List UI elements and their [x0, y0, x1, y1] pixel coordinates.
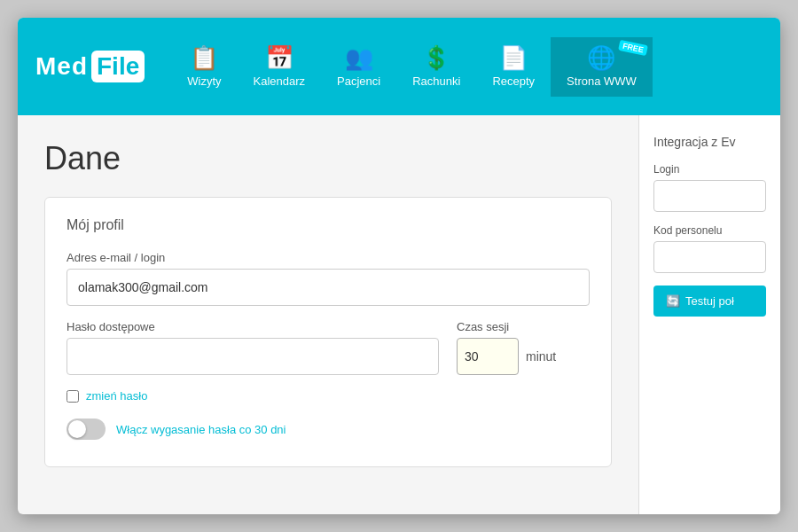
sidebar-right: Integracja z Ev Login Kod personelu 🔄 Te… [638, 115, 780, 514]
email-input[interactable] [66, 269, 590, 306]
session-input[interactable] [457, 338, 519, 375]
session-group: Czas sesji minut [457, 320, 590, 375]
password-input[interactable] [66, 338, 439, 375]
sidebar-personnel-input[interactable] [653, 241, 766, 273]
session-row: minut [457, 338, 590, 375]
free-badge: FREE [618, 39, 648, 55]
main-area: Dane Mój profil Adres e-mail / login Has… [18, 115, 638, 514]
recepty-icon: 📄 [499, 46, 528, 69]
page-title: Dane [44, 140, 612, 177]
password-label: Hasło dostępowe [66, 320, 439, 333]
session-unit: minut [526, 349, 556, 364]
nav-item-pacjenci[interactable]: 👥 Pacjenci [321, 37, 396, 97]
change-password-label[interactable]: zmień hasło [86, 389, 147, 403]
content: Dane Mój profil Adres e-mail / login Has… [18, 115, 780, 514]
toggle-row: Włącz wygasanie hasła co 30 dni [66, 419, 590, 440]
toggle-label: Włącz wygasanie hasła co 30 dni [116, 423, 286, 436]
test-button-label: Testuj poł [685, 294, 734, 308]
sidebar-login-input[interactable] [653, 180, 766, 212]
navbar: Med File 📋 Wizyty 📅 Kalendarz 👥 Pacjenci… [18, 18, 780, 115]
logo-med-text: Med [35, 52, 88, 81]
www-label: Strona WWW [567, 74, 637, 88]
wizyty-label: Wizyty [187, 74, 221, 88]
logo-file-text: File [97, 52, 139, 80]
password-expiry-toggle[interactable] [66, 419, 106, 440]
nav-item-kalendarz[interactable]: 📅 Kalendarz [238, 37, 322, 97]
session-label: Czas sesji [457, 320, 590, 333]
logo-file-box: File [91, 51, 145, 82]
toggle-knob [68, 420, 86, 438]
sidebar-personnel-label: Kod personelu [653, 224, 766, 237]
password-group: Hasło dostępowe [66, 320, 439, 375]
wizyty-icon: 📋 [190, 46, 218, 69]
nav-items: 📋 Wizyty 📅 Kalendarz 👥 Pacjenci 💲 Rachun… [171, 37, 771, 97]
profile-card: Mój profil Adres e-mail / login Hasło do… [44, 197, 612, 467]
change-password-row: zmień hasło [66, 389, 590, 403]
nav-item-rachunki[interactable]: 💲 Rachunki [396, 37, 476, 97]
change-password-checkbox[interactable] [66, 390, 79, 403]
sidebar-login-label: Login [653, 163, 766, 176]
sidebar-right-title: Integracja z Ev [653, 135, 766, 149]
nav-item-recepty[interactable]: 📄 Recepty [476, 37, 551, 97]
recepty-label: Recepty [492, 74, 535, 88]
password-session-row: Hasło dostępowe Czas sesji minut [66, 320, 590, 375]
nav-item-wizyty[interactable]: 📋 Wizyty [171, 37, 237, 97]
rachunki-label: Rachunki [412, 74, 460, 88]
kalendarz-label: Kalendarz [254, 74, 306, 88]
www-icon: 🌐 [587, 46, 615, 69]
logo[interactable]: Med File [27, 51, 153, 82]
pacjenci-icon: 👥 [345, 46, 373, 69]
email-group: Adres e-mail / login [66, 251, 590, 306]
card-title: Mój profil [66, 217, 590, 233]
test-connection-button[interactable]: 🔄 Testuj poł [653, 286, 766, 317]
email-label: Adres e-mail / login [66, 251, 590, 264]
refresh-icon: 🔄 [666, 294, 680, 308]
kalendarz-icon: 📅 [265, 46, 293, 69]
nav-item-strona-www[interactable]: FREE 🌐 Strona WWW [551, 37, 653, 97]
rachunki-icon: 💲 [422, 46, 450, 69]
pacjenci-label: Pacjenci [337, 74, 380, 88]
